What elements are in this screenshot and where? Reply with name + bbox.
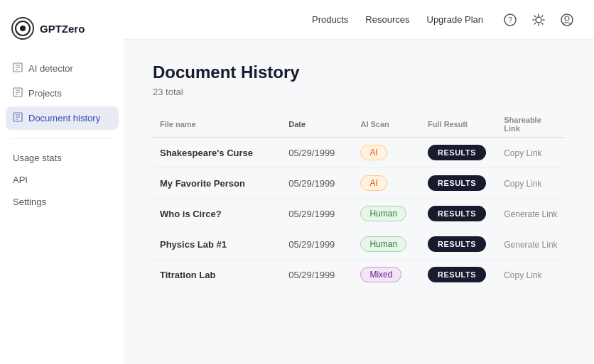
sidebar-item-projects[interactable]: Projects <box>6 82 119 105</box>
sidebar-item-usage-stats[interactable]: Usage stats <box>6 148 119 168</box>
results-button[interactable]: RESULTS <box>428 267 486 282</box>
cell-fullresult: RESULTS <box>421 138 497 168</box>
col-header-filename: File name <box>153 111 281 138</box>
sidebar-item-document-history[interactable]: Document history <box>6 106 119 130</box>
svg-line-24 <box>534 23 535 23</box>
cell-filename: Titration Lab <box>153 260 281 290</box>
projects-icon <box>13 87 23 99</box>
sidebar-item-settings[interactable]: Settings <box>6 192 119 212</box>
share-link[interactable]: Generate Link <box>504 209 557 219</box>
ai-scan-badge: Human <box>360 206 406 221</box>
svg-text:?: ? <box>508 16 512 24</box>
svg-line-23 <box>542 16 543 16</box>
share-link[interactable]: Generate Link <box>504 240 557 250</box>
cell-share: Copy Link <box>497 260 566 290</box>
cell-share: Copy Link <box>497 138 566 168</box>
cell-aiscan: Mixed <box>353 260 421 290</box>
svg-point-26 <box>565 16 569 21</box>
cell-fullresult: RESULTS <box>421 229 497 260</box>
logo-text: GPTZero <box>40 23 85 35</box>
content-area: Document History 23 total File name Date… <box>124 40 594 364</box>
cell-aiscan: Human <box>353 199 421 229</box>
sidebar-divider <box>11 138 113 139</box>
svg-line-22 <box>542 23 543 23</box>
table-row: Shakespeare's Curse 05/29/1999 AI RESULT… <box>153 138 566 168</box>
page-title: Document History <box>153 62 566 82</box>
projects-label: Projects <box>28 88 62 99</box>
results-button[interactable]: RESULTS <box>428 145 486 160</box>
api-label: API <box>13 175 28 185</box>
topnav-actions: ? <box>500 10 577 30</box>
col-header-share: Shareable Link <box>497 111 566 138</box>
share-link[interactable]: Copy Link <box>504 179 541 189</box>
sidebar-item-ai-detector[interactable]: AI detector <box>6 57 119 80</box>
nav-resources[interactable]: Resources <box>365 14 409 25</box>
table-row: Who is Circe? 05/29/1999 Human RESULTS G… <box>153 199 566 229</box>
cell-filename: Who is Circe? <box>153 199 281 229</box>
cell-aiscan: AI <box>353 168 421 199</box>
cell-date: 05/29/1999 <box>281 199 353 229</box>
table-row: My Favorite Person 05/29/1999 AI RESULTS… <box>153 168 566 199</box>
col-header-date: Date <box>281 111 353 138</box>
settings-label: Settings <box>13 197 46 207</box>
col-header-aiscan: AI Scan <box>353 111 421 138</box>
sidebar-item-api[interactable]: API <box>6 170 119 190</box>
cell-filename: Physics Lab #1 <box>153 229 281 260</box>
topnav: Products Resources Upgrade Plan ? <box>124 0 594 40</box>
col-header-fullresult: Full Result <box>421 111 497 138</box>
nav-upgrade-plan[interactable]: Upgrade Plan <box>427 14 484 25</box>
results-button[interactable]: RESULTS <box>428 175 486 191</box>
sidebar-nav: AI detector Projects Document history <box>0 57 124 130</box>
cell-aiscan: AI <box>353 138 421 168</box>
cell-date: 05/29/1999 <box>281 138 353 168</box>
svg-point-1 <box>20 26 26 31</box>
cell-filename: My Favorite Person <box>153 168 281 199</box>
ai-detector-label: AI detector <box>28 63 73 74</box>
share-link[interactable]: Copy Link <box>504 148 541 158</box>
cell-aiscan: Human <box>353 229 421 260</box>
table-row: Physics Lab #1 05/29/1999 Human RESULTS … <box>153 229 566 260</box>
cell-date: 05/29/1999 <box>281 168 353 199</box>
ai-scan-badge: Human <box>360 236 406 252</box>
cell-share: Generate Link <box>497 199 566 229</box>
nav-products[interactable]: Products <box>312 14 348 25</box>
ai-detector-icon <box>13 62 23 75</box>
svg-point-16 <box>536 17 541 23</box>
results-button[interactable]: RESULTS <box>428 206 486 221</box>
results-button[interactable]: RESULTS <box>428 236 486 252</box>
cell-date: 05/29/1999 <box>281 260 353 290</box>
cell-filename: Shakespeare's Curse <box>153 138 281 168</box>
share-link[interactable]: Copy Link <box>504 270 541 280</box>
document-history-icon <box>13 112 23 124</box>
cell-share: Copy Link <box>497 168 566 199</box>
sidebar: GPTZero AI detector Projects Document hi… <box>0 0 124 364</box>
document-table: File name Date AI Scan Full Result Share… <box>153 111 566 289</box>
svg-line-21 <box>534 16 535 16</box>
account-icon[interactable] <box>557 10 577 30</box>
main-area: Products Resources Upgrade Plan ? Docume… <box>124 0 594 364</box>
logo-area: GPTZero <box>0 11 124 57</box>
table-row: Titration Lab 05/29/1999 Mixed RESULTS C… <box>153 260 566 290</box>
cell-fullresult: RESULTS <box>421 168 497 199</box>
theme-icon[interactable] <box>529 10 549 30</box>
cell-share: Generate Link <box>497 229 566 260</box>
ai-scan-badge: AI <box>360 175 387 191</box>
sidebar-section: Usage stats API Settings <box>0 148 124 212</box>
cell-fullresult: RESULTS <box>421 260 497 290</box>
ai-scan-badge: Mixed <box>360 267 401 282</box>
table-header-row: File name Date AI Scan Full Result Share… <box>153 111 566 138</box>
ai-scan-badge: AI <box>360 145 387 160</box>
usage-stats-label: Usage stats <box>13 153 62 163</box>
cell-fullresult: RESULTS <box>421 199 497 229</box>
page-subtitle: 23 total <box>153 87 566 97</box>
document-history-label: Document history <box>28 113 100 123</box>
cell-date: 05/29/1999 <box>281 229 353 260</box>
logo-icon <box>11 17 34 40</box>
help-icon[interactable]: ? <box>500 10 520 30</box>
